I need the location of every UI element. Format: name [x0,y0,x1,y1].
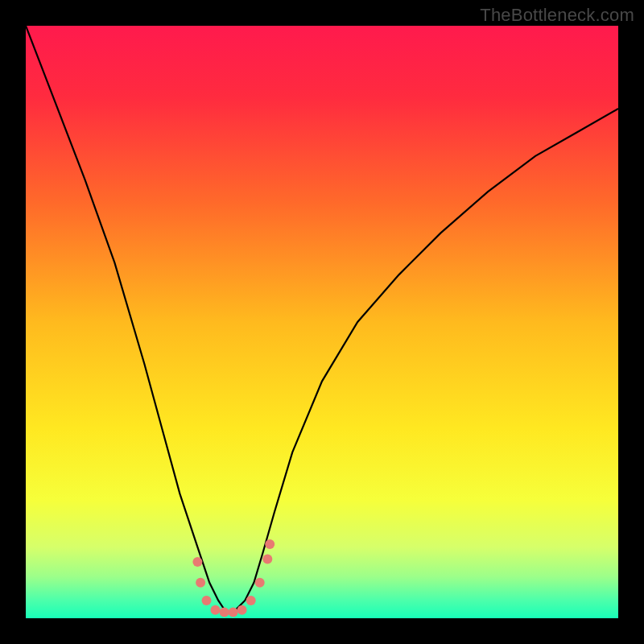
curve-layer [26,26,618,618]
emphasis-dot [202,596,212,605]
emphasis-dot [220,608,229,617]
emphasis-dot [246,596,256,605]
watermark-label: TheBottleneck.com [480,5,634,26]
emphasis-dot [237,605,247,615]
emphasis-dot [265,539,275,549]
bottleneck-curve [26,26,618,613]
emphasis-dot [211,605,221,615]
emphasis-dot [192,557,202,567]
emphasis-dot [255,578,265,588]
emphasis-dot [262,554,272,564]
plot-area [26,26,618,618]
trough-emphasis-dots [192,539,275,617]
chart-frame: TheBottleneck.com [0,0,644,644]
emphasis-dot [229,608,238,617]
emphasis-dot [196,578,205,588]
